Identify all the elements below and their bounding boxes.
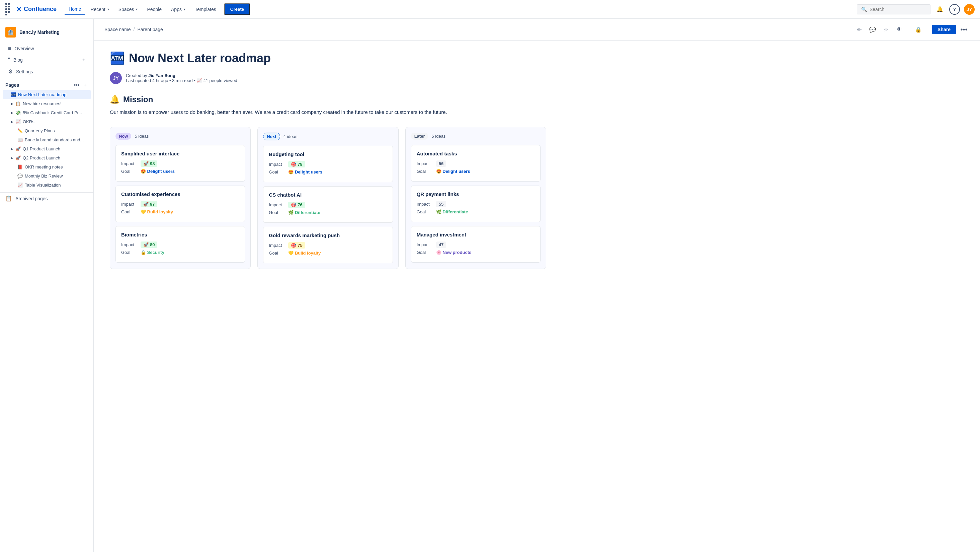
nav-spaces[interactable]: Spaces▾ bbox=[115, 4, 142, 15]
goal-value: 😍 Delight users bbox=[436, 169, 470, 174]
search-icon: 🔍 bbox=[861, 7, 867, 12]
logo[interactable]: ✕ Confluence bbox=[16, 5, 57, 13]
comment-button[interactable]: 💬 bbox=[867, 24, 878, 35]
edit-button[interactable]: ✏ bbox=[854, 24, 864, 35]
idea-card-0[interactable]: Automated tasks Impact 56 Goal 😍 Delight… bbox=[411, 145, 541, 182]
sidebar-page-new-hire[interactable]: ▶ 📋 New hire resources! bbox=[3, 99, 91, 108]
restrict-button[interactable]: 🔒 bbox=[913, 24, 924, 35]
column-ideas-count: 4 ideas bbox=[283, 134, 298, 139]
impact-label: Impact bbox=[269, 202, 285, 207]
goal-value: 💛 Build loyalty bbox=[141, 209, 173, 214]
pages-add-button[interactable]: + bbox=[82, 81, 88, 89]
goal-value: 🌿 Differentiate bbox=[436, 209, 468, 214]
card-title: Budgeting tool bbox=[269, 152, 387, 157]
impact-badge: 🚀98 bbox=[141, 160, 157, 167]
share-button[interactable]: Share bbox=[932, 25, 956, 34]
search-input[interactable] bbox=[870, 7, 926, 12]
card-impact-row: Impact 🎯75 bbox=[269, 242, 387, 249]
sidebar-page-brand[interactable]: 📖 Banc.ly brand standards and... bbox=[3, 135, 91, 144]
sidebar-page-okrs[interactable]: ▶ 📈 OKRs bbox=[3, 117, 91, 126]
sidebar-page-quarterly[interactable]: ✏️ Quarterly Plans bbox=[3, 126, 91, 135]
search-box[interactable]: 🔍 bbox=[857, 4, 931, 14]
impact-label: Impact bbox=[417, 161, 433, 166]
roadmap-column-now: Now5 ideas Simplified user interface Imp… bbox=[110, 127, 251, 269]
card-impact-row: Impact 55 bbox=[417, 201, 535, 207]
idea-card-1[interactable]: CS chatbot AI Impact 🎯76 Goal 🌿 Differen… bbox=[263, 186, 393, 223]
impact-badge: 🎯76 bbox=[288, 202, 305, 208]
sidebar-page-biz-review[interactable]: 💬 Monthly Biz Review bbox=[3, 171, 91, 180]
chevron-right-icon: ▶ bbox=[11, 147, 13, 151]
main-nav: Home Recent▾ Spaces▾ People Apps▾ Templa… bbox=[65, 3, 857, 15]
roadmap-column-next: Next4 ideas Budgeting tool Impact 🎯78 Go… bbox=[258, 127, 398, 269]
nav-home[interactable]: Home bbox=[65, 4, 85, 15]
card-title: Biometrics bbox=[121, 232, 239, 238]
breadcrumb-parent[interactable]: Parent page bbox=[138, 27, 163, 32]
column-ideas-count: 5 ideas bbox=[135, 134, 149, 139]
card-impact-row: Impact 🎯76 bbox=[269, 202, 387, 208]
card-impact-row: Impact 47 bbox=[417, 241, 535, 248]
card-goal-row: Goal 😍 Delight users bbox=[121, 169, 239, 174]
idea-card-0[interactable]: Budgeting tool Impact 🎯78 Goal 😍 Delight… bbox=[263, 146, 393, 182]
page-meta-info: Created by Jie Yan Song Last updated 4 h… bbox=[126, 73, 237, 83]
nav-recent[interactable]: Recent▾ bbox=[86, 4, 113, 15]
idea-card-1[interactable]: Customised experiences Impact 🚀97 Goal 💛… bbox=[116, 185, 245, 222]
sidebar-overview[interactable]: ≡ Overview bbox=[3, 43, 91, 54]
sidebar-page-roadmap[interactable]: 🏧 Now Next Later roadmap bbox=[3, 90, 91, 99]
card-goal-row: Goal 😍 Delight users bbox=[417, 169, 535, 174]
mission-text: Our mission is to empower users to do ba… bbox=[110, 108, 546, 116]
sidebar-page-table-viz[interactable]: 📈 Table Visualization bbox=[3, 180, 91, 190]
goal-label: Goal bbox=[417, 169, 433, 174]
page-timestamps: Last updated 4 hr ago • 3 min read • 📈 4… bbox=[126, 78, 237, 83]
column-badge: Later bbox=[411, 132, 428, 140]
user-avatar[interactable]: JY bbox=[964, 4, 975, 15]
sidebar-page-cashback[interactable]: ▶ 💸 5% Cashback Credit Card Pr... bbox=[3, 108, 91, 117]
impact-badge: 🎯78 bbox=[288, 161, 305, 168]
nav-people[interactable]: People bbox=[143, 4, 165, 15]
card-impact-row: Impact 🎯78 bbox=[269, 161, 387, 168]
nav-apps[interactable]: Apps▾ bbox=[167, 4, 189, 15]
blog-add-icon[interactable]: + bbox=[82, 57, 85, 63]
column-badge: Next bbox=[263, 132, 280, 140]
sidebar: 🏦 Banc.ly Marketing ≡ Overview " Blog + … bbox=[0, 19, 94, 552]
idea-card-0[interactable]: Simplified user interface Impact 🚀98 Goa… bbox=[116, 145, 245, 182]
card-title: CS chatbot AI bbox=[269, 192, 387, 198]
pages-more-button[interactable]: ••• bbox=[73, 81, 81, 89]
sidebar-page-okr-notes[interactable]: 📕 OKR meeting notes bbox=[3, 163, 91, 171]
idea-card-1[interactable]: QR payment links Impact 55 Goal 🌿 Differ… bbox=[411, 185, 541, 222]
idea-card-2[interactable]: Gold rewards marketing push Impact 🎯75 G… bbox=[263, 227, 393, 263]
confluence-x-icon: ✕ bbox=[16, 5, 22, 13]
card-goal-row: Goal 🌿 Differentiate bbox=[417, 209, 535, 214]
goal-label: Goal bbox=[269, 250, 285, 255]
page-body: 🏧 Now Next Later roadmap JY Created by J… bbox=[94, 40, 562, 280]
chevron-right-icon: ▶ bbox=[11, 102, 13, 105]
notifications-button[interactable]: 🔔 bbox=[934, 4, 945, 15]
impact-badge: 🚀80 bbox=[141, 241, 157, 248]
impact-badge: 56 bbox=[436, 160, 446, 167]
idea-card-2[interactable]: Biometrics Impact 🚀80 Goal 🔒 Security bbox=[116, 226, 245, 263]
goal-label: Goal bbox=[269, 210, 285, 215]
star-button[interactable]: ☆ bbox=[881, 24, 891, 35]
sidebar-blog[interactable]: " Blog + bbox=[3, 54, 91, 65]
grid-menu-button[interactable] bbox=[5, 3, 11, 15]
more-actions-button[interactable]: ••• bbox=[959, 24, 969, 35]
card-title: Gold rewards marketing push bbox=[269, 233, 387, 238]
watch-button[interactable]: 👁 bbox=[894, 24, 905, 35]
archive-icon: 📋 bbox=[5, 195, 12, 202]
card-goal-row: Goal 💛 Build loyalty bbox=[269, 250, 387, 255]
sidebar-settings[interactable]: ⚙ Settings bbox=[3, 65, 91, 77]
sidebar-page-q2[interactable]: ▶ 🚀 Q2 Product Launch bbox=[3, 153, 91, 163]
column-header: Next4 ideas bbox=[263, 132, 393, 140]
help-button[interactable]: ? bbox=[949, 4, 960, 15]
chevron-right-icon: ▶ bbox=[11, 111, 13, 115]
mission-title: 🔔 Mission bbox=[110, 95, 546, 104]
breadcrumb-space[interactable]: Space name bbox=[104, 27, 131, 32]
nav-templates[interactable]: Templates bbox=[191, 4, 220, 15]
card-title: Managed investment bbox=[417, 232, 535, 238]
archived-pages[interactable]: 📋 Archived pages bbox=[0, 192, 93, 204]
create-button[interactable]: Create bbox=[224, 3, 250, 15]
pages-actions: ••• + bbox=[73, 81, 88, 89]
sidebar-page-q1[interactable]: ▶ 🚀 Q1 Product Launch bbox=[3, 144, 91, 153]
overview-icon: ≡ bbox=[8, 46, 11, 51]
idea-card-2[interactable]: Managed investment Impact 47 Goal 🌸 New … bbox=[411, 226, 541, 263]
space-header[interactable]: 🏦 Banc.ly Marketing bbox=[0, 24, 93, 43]
